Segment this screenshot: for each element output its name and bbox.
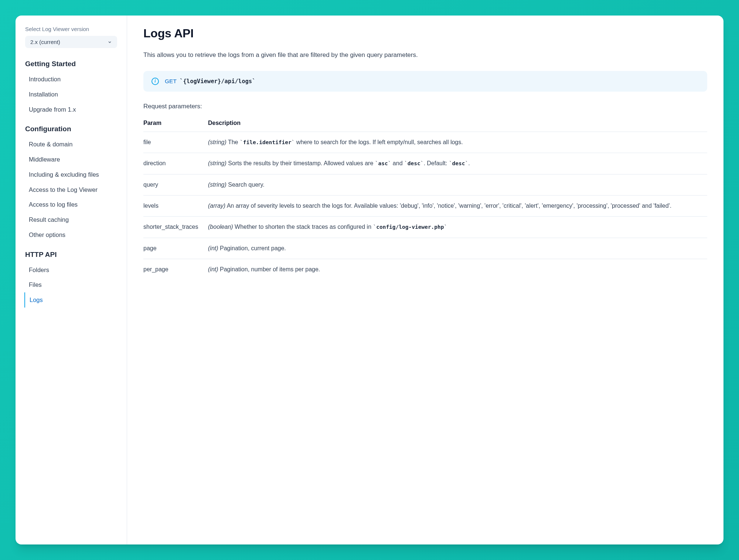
sidebar: Select Log Viewer version 2.x (current) … (16, 16, 127, 544)
page-title: Logs API (143, 27, 707, 40)
col-param: Param (143, 120, 208, 132)
table-row: levels(array) An array of severity level… (143, 196, 707, 217)
sidebar-item[interactable]: Files (25, 277, 117, 292)
http-method: GET (165, 78, 177, 84)
sidebar-item[interactable]: Installation (25, 87, 117, 102)
sidebar-item[interactable]: Access to log files (25, 197, 117, 212)
endpoint-path: `{logViewer}/api/logs` (180, 78, 255, 85)
sidebar-item[interactable]: Route & domain (25, 137, 117, 152)
param-description: (string) Sorts the results by their time… (208, 153, 707, 174)
inline-code: desc (404, 160, 423, 166)
sidebar-item[interactable]: Access to the Log Viewer (25, 182, 117, 197)
sidebar-section-list: FoldersFilesLogs (25, 262, 117, 308)
sidebar-item[interactable]: Result caching (25, 212, 117, 227)
param-name: shorter_stack_traces (143, 217, 208, 238)
param-name: query (143, 174, 208, 195)
param-type: (string) (208, 139, 227, 145)
col-description: Description (208, 120, 707, 132)
param-type: (int) (208, 266, 218, 272)
param-name: direction (143, 153, 208, 174)
params-table: Param Description file(string) The file.… (143, 120, 707, 280)
sidebar-section-title: Getting Started (25, 60, 117, 68)
table-row: per_page(int) Pagination, number of item… (143, 259, 707, 280)
inline-code: file.identifier (240, 139, 294, 145)
sidebar-item[interactable]: Other options (25, 227, 117, 242)
sidebar-section-list: Route & domainMiddlewareIncluding & excl… (25, 137, 117, 242)
param-type: (string) (208, 181, 227, 188)
param-description: (array) An array of severity levels to s… (208, 196, 707, 217)
table-row: shorter_stack_traces(boolean) Whether to… (143, 217, 707, 238)
param-type: (int) (208, 245, 218, 251)
main-content: Logs API This allows you to retrieve the… (127, 16, 723, 544)
page-intro: This allows you to retrieve the logs fro… (143, 50, 707, 61)
version-select-value: 2.x (current) (30, 39, 60, 45)
version-select[interactable]: 2.x (current) (25, 36, 117, 48)
sidebar-item[interactable]: Folders (25, 262, 117, 278)
sidebar-item[interactable]: Including & excluding files (25, 167, 117, 182)
sidebar-section-title: Configuration (25, 125, 117, 133)
table-row: query(string) Search query. (143, 174, 707, 195)
app-window: Select Log Viewer version 2.x (current) … (16, 16, 723, 544)
sidebar-item[interactable]: Logs (24, 292, 117, 308)
param-description: (int) Pagination, number of items per pa… (208, 259, 707, 280)
info-icon: i (151, 78, 159, 85)
sidebar-section-title: HTTP API (25, 251, 117, 259)
param-name: page (143, 238, 208, 259)
sidebar-item[interactable]: Middleware (25, 152, 117, 167)
sidebar-item[interactable]: Upgrade from 1.x (25, 102, 117, 117)
sidebar-section-list: IntroductionInstallationUpgrade from 1.x (25, 72, 117, 117)
table-row: file(string) The file.identifier where t… (143, 132, 707, 153)
param-name: file (143, 132, 208, 153)
param-name: per_page (143, 259, 208, 280)
inline-code: desc (449, 160, 468, 166)
param-type: (string) (208, 160, 227, 166)
inline-code: asc (375, 160, 391, 166)
params-heading: Request parameters: (143, 103, 707, 110)
endpoint-callout: i GET `{logViewer}/api/logs` (143, 71, 707, 92)
param-name: levels (143, 196, 208, 217)
version-label: Select Log Viewer version (25, 26, 117, 32)
sidebar-item[interactable]: Introduction (25, 72, 117, 87)
param-description: (string) Search query. (208, 174, 707, 195)
param-description: (boolean) Whether to shorten the stack t… (208, 217, 707, 238)
inline-code: config/log-viewer.php (373, 224, 447, 230)
param-type: (array) (208, 203, 225, 209)
param-description: (string) The file.identifier where to se… (208, 132, 707, 153)
param-type: (boolean) (208, 224, 233, 230)
endpoint-text: GET `{logViewer}/api/logs` (165, 78, 256, 85)
table-row: page(int) Pagination, current page. (143, 238, 707, 259)
table-row: direction(string) Sorts the results by t… (143, 153, 707, 174)
param-description: (int) Pagination, current page. (208, 238, 707, 259)
chevron-down-icon (108, 40, 112, 44)
